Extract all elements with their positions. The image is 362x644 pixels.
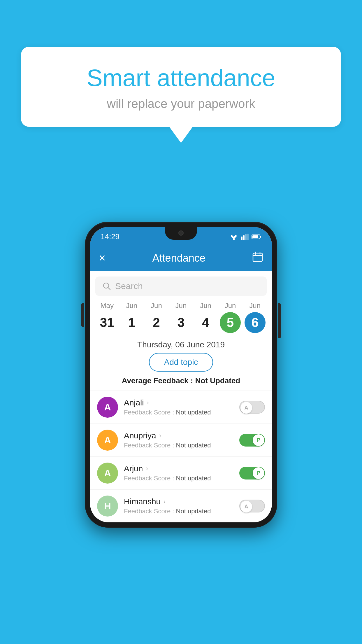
date-month: Jun [126,302,137,310]
chevron-right-icon: › [147,399,149,407]
add-topic-button[interactable]: Add topic [149,353,213,372]
avg-feedback-prefix: Average Feedback : [122,376,195,385]
wifi-icon [229,234,238,240]
svg-rect-9 [253,253,262,261]
student-info: Anupriya›Feedback Score : Not updated [124,431,233,449]
date-strip: May31Jun1Jun2Jun3Jun4Jun5Jun6 [90,296,272,333]
attendance-toggle[interactable]: P [239,434,265,447]
speech-bubble-arrow [169,127,193,143]
student-name-text: Anupriya [124,431,156,440]
date-month: Jun [249,302,261,310]
date-month: Jun [200,302,211,310]
student-name[interactable]: Himanshu› [124,497,233,506]
app-bar-title: Attendance [152,252,205,264]
svg-rect-8 [252,235,258,238]
avg-feedback-value: Not Updated [195,376,240,385]
svg-rect-7 [260,236,261,238]
student-item: AAnupriya›Feedback Score : Not updatedP [90,424,272,456]
attendance-toggle[interactable]: A [239,401,265,414]
student-item: HHimanshu›Feedback Score : Not updatedA [90,489,272,522]
student-name[interactable]: Arjun› [124,464,233,473]
student-item: AAnjali›Feedback Score : Not updatedA [90,391,272,424]
app-bar: × Attendance [90,245,272,271]
student-list: AAnjali›Feedback Score : Not updatedAAAn… [90,391,272,522]
search-placeholder: Search [115,281,143,291]
date-day: 2 [146,312,167,333]
date-item-6[interactable]: Jun6 [245,302,266,333]
feedback-value: Not updated [176,442,211,449]
student-feedback: Feedback Score : Not updated [124,475,233,482]
selected-date-label: Thursday, 06 June 2019 [90,333,272,353]
battery-icon [252,234,261,239]
phone-notch [165,227,197,240]
date-month: Jun [151,302,162,310]
toggle-knob: P [253,467,264,479]
student-info: Himanshu›Feedback Score : Not updated [124,497,233,515]
toggle-knob: A [240,402,252,414]
avg-feedback: Average Feedback : Not Updated [90,376,272,385]
student-info: Arjun›Feedback Score : Not updated [124,464,233,482]
speech-bubble-container: Smart attendance will replace your paper… [21,47,341,143]
student-name[interactable]: Anjali› [124,398,233,407]
svg-line-14 [108,288,110,290]
toggle-knob: P [253,434,264,446]
status-icons [229,234,261,240]
date-item-2[interactable]: Jun2 [146,302,167,333]
avatar: A [97,430,118,451]
chevron-right-icon: › [146,465,148,473]
student-name-text: Anjali [124,398,144,407]
svg-rect-3 [243,235,245,240]
date-item-0[interactable]: May31 [96,302,117,333]
date-item-5[interactable]: Jun5 [220,302,241,333]
student-info: Anjali›Feedback Score : Not updated [124,398,233,416]
speech-bubble: Smart attendance will replace your paper… [21,47,341,127]
status-time: 14:29 [101,232,120,241]
attendance-toggle[interactable]: P [239,467,265,480]
date-day: 6 [245,312,266,333]
svg-point-1 [233,239,235,240]
phone-wrapper: 14:29 [85,222,277,528]
close-button[interactable]: × [99,251,106,265]
feedback-value: Not updated [176,508,211,515]
date-day: 5 [220,312,241,333]
date-day: 1 [121,312,142,333]
avatar: A [97,463,118,484]
phone-inner: 14:29 [90,227,272,522]
signal-icon [241,234,249,240]
calendar-icon[interactable] [252,251,263,265]
feedback-value: Not updated [176,475,211,482]
student-feedback: Feedback Score : Not updated [124,508,233,515]
date-month: Jun [225,302,236,310]
date-month: Jun [175,302,187,310]
avatar: A [97,397,118,418]
svg-rect-4 [245,234,247,240]
date-item-1[interactable]: Jun1 [121,302,142,333]
student-name[interactable]: Anupriya› [124,431,233,440]
student-feedback: Feedback Score : Not updated [124,442,233,449]
date-day: 3 [171,312,191,333]
date-item-4[interactable]: Jun4 [195,302,216,333]
speech-bubble-title: Smart attendance [36,64,326,92]
student-item: AArjun›Feedback Score : Not updatedP [90,456,272,489]
speech-bubble-subtitle: will replace your paperwork [36,97,326,111]
feedback-value: Not updated [176,409,211,416]
chevron-right-icon: › [159,432,161,440]
date-day: 31 [96,312,117,333]
date-day: 4 [195,312,216,333]
svg-rect-2 [241,237,242,240]
toggle-knob: A [240,501,252,512]
search-icon [102,282,111,290]
date-month: May [101,302,114,310]
phone-outer: 14:29 [85,222,277,528]
search-bar[interactable]: Search [95,276,267,296]
svg-rect-5 [247,234,249,240]
chevron-right-icon: › [164,498,166,505]
student-feedback: Feedback Score : Not updated [124,409,233,416]
avatar: H [97,496,118,517]
date-item-3[interactable]: Jun3 [171,302,191,333]
student-name-text: Himanshu [124,497,161,506]
student-name-text: Arjun [124,464,143,473]
attendance-toggle[interactable]: A [239,500,265,512]
camera [178,230,184,236]
